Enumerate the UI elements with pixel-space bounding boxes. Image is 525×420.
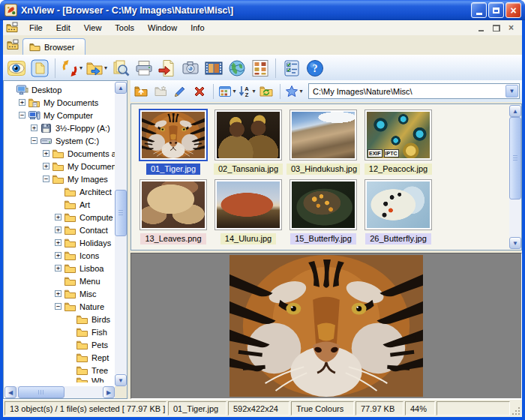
scrollbar-thumb[interactable]: [509, 117, 521, 200]
mdi-close-button[interactable]: ×: [505, 22, 518, 34]
print-button[interactable]: [133, 57, 154, 79]
tree-expander-minus[interactable]: −: [31, 137, 38, 144]
refresh-button[interactable]: [257, 82, 275, 100]
scroll-up-button[interactable]: ▲: [115, 82, 127, 94]
tree-item-rept[interactable]: Rept: [4, 351, 115, 364]
mdi-restore-button[interactable]: [490, 22, 502, 34]
thumbnail-image-frame[interactable]: [140, 179, 207, 230]
tree-item-art[interactable]: Art: [4, 198, 115, 211]
dropdown-arrow-icon[interactable]: ▾: [104, 64, 107, 71]
close-button[interactable]: ×: [506, 2, 521, 18]
tree-item-architect[interactable]: Architect: [4, 185, 115, 198]
help-button[interactable]: ?: [304, 57, 326, 79]
thumbnail-27-tree-jpg[interactable]: 27_Tree.jpg: [136, 248, 211, 249]
scroll-left-button[interactable]: ◀: [4, 386, 16, 398]
thumbnail-15-butterfly-jpg[interactable]: 15_Butterfly.jpg: [286, 178, 361, 244]
delete-button[interactable]: [190, 82, 208, 100]
tree-item-nature[interactable]: −Nature: [4, 300, 115, 313]
tree-item-pets[interactable]: Pets: [4, 338, 115, 351]
tree-expander-plus[interactable]: +: [19, 99, 26, 106]
address-value[interactable]: C:\My Images\Nature\Misc\: [309, 87, 506, 96]
fullscreen-view-button[interactable]: [28, 57, 50, 79]
mdi-minimize-button[interactable]: [475, 22, 488, 34]
parent-folder-button[interactable]: [132, 82, 150, 100]
favorites-button[interactable]: ▾: [285, 82, 303, 100]
tree-expander-plus[interactable]: +: [55, 265, 62, 272]
thumbnail-vertical-scrollbar[interactable]: ▲ ▼: [509, 105, 521, 249]
dropdown-arrow-icon[interactable]: ▾: [299, 88, 302, 94]
scroll-up-button[interactable]: ▲: [509, 105, 521, 117]
xnview-app-icon[interactable]: [4, 4, 17, 16]
scrollbar-track[interactable]: [115, 94, 127, 374]
menu-info[interactable]: Info: [184, 22, 211, 34]
convert-export-button[interactable]: [156, 57, 178, 79]
tree-item-my-computer[interactable]: −My Computer: [4, 109, 115, 122]
tree-expander-plus[interactable]: +: [43, 163, 50, 170]
thumbnail-image-frame[interactable]: [364, 179, 432, 230]
tree-horizontal-scrollbar[interactable]: ◀ ▶: [4, 386, 115, 398]
tree-expander-plus[interactable]: +: [55, 252, 62, 259]
tree-item-3-floppy-a[interactable]: +3½-Floppy (A:): [4, 122, 115, 134]
thumbnail-29-dragonfly-jpg[interactable]: 29_DragonFly.jpg: [211, 248, 286, 249]
filmstrip-button[interactable]: [202, 57, 224, 79]
thumbnail-image-frame[interactable]: [290, 110, 357, 160]
dropdown-arrow-icon[interactable]: ▾: [252, 88, 255, 94]
tree-item-documents-a[interactable]: +Documents a: [4, 147, 115, 160]
contact-sheet-button[interactable]: [249, 57, 271, 79]
tree-item-my-documen[interactable]: +My Documen: [4, 160, 115, 172]
view-mode-button[interactable]: ▾: [218, 82, 236, 100]
thumbnail-image-frame[interactable]: EXIFIPTC: [364, 110, 432, 160]
screen-capture-button[interactable]: [179, 57, 201, 79]
tree-item-system-c[interactable]: −System (C:): [4, 134, 115, 147]
tab-browser[interactable]: Browser: [22, 38, 86, 55]
search-button[interactable]: [110, 57, 131, 79]
menu-view[interactable]: View: [77, 22, 109, 34]
thumbnail-01-tiger-jpg[interactable]: 01_Tiger.jpg: [136, 109, 211, 175]
rotate-button[interactable]: ▾: [60, 57, 83, 79]
title-bar[interactable]: XnView - [Browser - C:\My Images\Nature\…: [0, 0, 525, 20]
batch-options-button[interactable]: [280, 57, 302, 79]
tree-item-holidays[interactable]: +Holidays: [4, 236, 115, 249]
move-copy-to-folder-button[interactable]: ▾: [85, 57, 108, 79]
tree-vertical-scrollbar[interactable]: ▲ ▼: [115, 82, 127, 386]
address-dropdown-button[interactable]: ▼: [506, 85, 518, 98]
tree-expander-plus[interactable]: +: [43, 150, 50, 157]
minimize-button[interactable]: [471, 2, 487, 18]
resize-grip[interactable]: [511, 406, 520, 416]
scrollbar-track[interactable]: [16, 386, 103, 398]
tree-expander-minus[interactable]: −: [55, 303, 62, 310]
thumbnail-26-butterfly-jpg[interactable]: 26_Butterfly.jpg: [361, 178, 436, 244]
browser-view-button[interactable]: [5, 57, 27, 79]
menu-tools[interactable]: Tools: [108, 22, 141, 34]
thumbnail-03-hindukush-jpg[interactable]: 03_Hindukush.jpg: [286, 109, 361, 175]
scroll-down-button[interactable]: ▼: [509, 237, 521, 249]
menu-file[interactable]: File: [22, 22, 50, 34]
tree-item-my-documents[interactable]: +My Documents: [4, 96, 115, 109]
sort-button[interactable]: AZ▾: [238, 82, 256, 100]
thumbnail-13-leaves-png[interactable]: 13_Leaves.png: [136, 178, 211, 244]
menu-window[interactable]: Window: [141, 22, 184, 34]
scrollbar-thumb[interactable]: [115, 190, 127, 236]
tree-expander-minus[interactable]: −: [19, 112, 26, 118]
thumbnail-02-tansania-jpg[interactable]: 02_Tansania.jpg: [211, 109, 286, 175]
dropdown-arrow-icon[interactable]: ▾: [80, 64, 82, 71]
mdi-system-icon[interactable]: [6, 22, 18, 34]
address-bar[interactable]: C:\My Images\Nature\Misc\ ▼: [308, 83, 520, 99]
scrollbar-track[interactable]: [509, 117, 521, 237]
tree-item-wh[interactable]: Wh: [4, 376, 115, 382]
tree-item-desktop[interactable]: Desktop: [4, 83, 115, 96]
tree-item-icons[interactable]: +Icons: [4, 249, 115, 262]
dropdown-arrow-icon[interactable]: ▾: [232, 88, 236, 94]
tree-expander-plus[interactable]: +: [31, 124, 38, 131]
thumbnail-14-uluru-jpg[interactable]: 14_Uluru.jpg: [211, 178, 286, 244]
tree-item-tree[interactable]: Tree: [4, 364, 115, 376]
thumbnail-image-frame[interactable]: [290, 179, 357, 230]
tree-item-misc[interactable]: +Misc: [4, 287, 115, 300]
tree-item-birds[interactable]: Birds: [4, 313, 115, 326]
tree-item-compute[interactable]: +Compute: [4, 211, 115, 224]
maximize-button[interactable]: [488, 2, 504, 18]
thumbnail-12-peacock-jpg[interactable]: EXIFIPTC12_Peacock.jpg: [361, 109, 436, 175]
scroll-right-button[interactable]: ▶: [103, 386, 115, 398]
tree-item-menu[interactable]: Menu: [4, 274, 115, 287]
tree-item-contact[interactable]: +Contact: [4, 224, 115, 236]
